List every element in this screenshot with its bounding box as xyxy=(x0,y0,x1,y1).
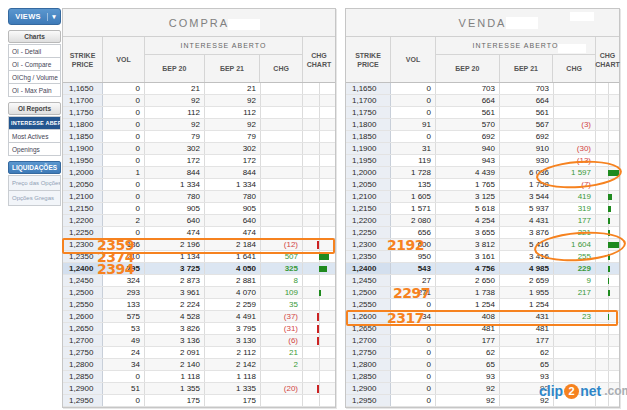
sidebar-item-oi-compare[interactable]: OI - Compare xyxy=(8,57,61,71)
table-row[interactable]: 1,25002933 9614 070109 xyxy=(63,287,335,299)
table-row[interactable]: 1,18500692692 xyxy=(346,131,619,143)
table-row[interactable]: 1,20001 7284 4396 0361 597 xyxy=(346,167,619,179)
chg-chart-cell xyxy=(303,203,335,214)
chevron-down-icon[interactable]: ▾ xyxy=(47,13,60,21)
sidebar-section-charts[interactable]: Charts xyxy=(8,30,61,43)
table-row[interactable]: 1,16500703703 xyxy=(346,83,619,95)
oi-sep20-cell: 4 528 xyxy=(145,311,205,322)
sidebar-item-interesse-aberto[interactable]: INTERESSE ABERTO xyxy=(8,116,61,130)
table-row[interactable]: 1,180009292 xyxy=(63,119,335,131)
chg-chart-cell xyxy=(596,275,619,286)
table-row[interactable]: 1,23001362 1962 184(12) xyxy=(63,239,335,251)
table-row[interactable]: 1,25501332 2242 25935 xyxy=(63,299,335,311)
sidebar-item-pre-o-das-op-es[interactable]: Preço das Opções xyxy=(8,175,61,191)
table-row[interactable]: 1,26500481481 xyxy=(346,323,619,335)
table-row[interactable]: 1,23006003 8125 4161 604 xyxy=(346,239,619,251)
table-row[interactable]: 1,2800342 1402 1422 xyxy=(63,359,335,371)
table-row[interactable]: 1,2650533 8263 795(31) xyxy=(63,323,335,335)
chg-chart-cell xyxy=(303,155,335,166)
table-row[interactable]: 1,22002640640 xyxy=(63,215,335,227)
table-row[interactable]: 1,22002 0804 2544 431177 xyxy=(346,215,619,227)
table-row[interactable]: 1,2900511 3551 335(20) xyxy=(63,383,335,395)
sidebar-section-oi-reports[interactable]: OI Reports xyxy=(8,102,61,115)
table-row[interactable]: 1,21001 6053 1253 544419 xyxy=(346,191,619,203)
table-row[interactable]: 1,285009393 xyxy=(346,371,619,383)
table-row[interactable]: 1,21501 5715 6185 937319 xyxy=(346,203,619,215)
strike-cell: 1,1750 xyxy=(63,107,103,118)
oi-sep20-cell: 302 xyxy=(145,143,205,154)
table-row[interactable]: 1,24503242 8732 8818 xyxy=(63,275,335,287)
oi-sep21-cell: 2 259 xyxy=(205,299,261,310)
strike-cell: 1,2800 xyxy=(346,359,391,370)
views-button[interactable]: VIEWS ▾ xyxy=(8,8,61,25)
sidebar-section-liquida-es[interactable]: LIQUIDAÇÕES xyxy=(8,161,61,174)
oi-sep20-cell: 2 873 xyxy=(145,275,205,286)
oi-sep21-cell: 6 036 xyxy=(500,167,554,178)
table-row[interactable]: 1,285001 1181 118 xyxy=(63,371,335,383)
table-row[interactable]: 1,23509503 1613 416255 xyxy=(346,251,619,263)
table-row[interactable]: 1,205001 3341 334 xyxy=(63,179,335,191)
oi-sep21-cell: 4 985 xyxy=(500,263,554,274)
table-row[interactable]: 1,180091570567(3) xyxy=(346,119,619,131)
table-row[interactable]: 1,170009292 xyxy=(63,95,335,107)
strike-cell: 1,2300 xyxy=(63,239,103,250)
table-row[interactable]: 1,26003440843123 xyxy=(346,311,619,323)
table-row[interactable]: 1,275006262 xyxy=(346,347,619,359)
sidebar-item-most-actives[interactable]: Most Actives xyxy=(8,129,61,143)
increase-bar xyxy=(608,314,609,320)
table-row[interactable]: 1,21500905905 xyxy=(63,203,335,215)
oi-sep20-cell: 943 xyxy=(436,155,500,166)
table-row[interactable]: 1,2700493 1363 130(6) xyxy=(63,335,335,347)
oi-sep20-cell: 21 xyxy=(145,83,205,94)
table-row[interactable]: 1,22506563 6553 876221 xyxy=(346,227,619,239)
table-row[interactable]: 1,255001 2541 254 xyxy=(346,299,619,311)
table-row[interactable]: 1,280006565 xyxy=(346,359,619,371)
table-row[interactable]: 1,2450272 6502 6599 xyxy=(346,275,619,287)
compra-panel: COMPRA STRIKE PRICE VOL INTERESSE ABERTO… xyxy=(62,8,336,408)
chg-cell: 221 xyxy=(554,227,596,238)
oi-sep20-cell: 1 118 xyxy=(145,371,205,382)
oi-sep20-cell: 5 618 xyxy=(436,203,500,214)
vol-cell: 0 xyxy=(391,347,436,358)
vol-cell: 27 xyxy=(391,275,436,286)
table-row[interactable]: 1,2750242 0912 11221 xyxy=(63,347,335,359)
sidebar-item-oi-detail[interactable]: OI - Detail xyxy=(8,44,61,58)
table-row[interactable]: 1,17500112112 xyxy=(63,107,335,119)
table-row[interactable]: 1,190031940910(30) xyxy=(346,143,619,155)
vol-cell: 0 xyxy=(391,395,436,406)
table-row[interactable]: 1,27000177177 xyxy=(346,335,619,347)
table-row[interactable]: 1,29500175175 xyxy=(63,395,335,407)
table-row[interactable]: 1,22500474474 xyxy=(63,227,335,239)
sidebar-item-oi-max-pain[interactable]: OI - Max Pain xyxy=(8,83,61,97)
chg-cell xyxy=(261,107,303,118)
table-row[interactable]: 1,185007979 xyxy=(63,131,335,143)
sidebar-item-oichg-volume[interactable]: OIChg / Volume xyxy=(8,70,61,84)
table-row[interactable]: 1,1950119943930(13) xyxy=(346,155,619,167)
oi-sep21-cell: 93 xyxy=(500,371,554,382)
table-row[interactable]: 1,19500172172 xyxy=(63,155,335,167)
table-row[interactable]: 1,19000302302 xyxy=(63,143,335,155)
chg-chart-cell xyxy=(596,203,619,214)
vol-header: VOL xyxy=(391,37,436,82)
oi-sep20-cell: 172 xyxy=(145,155,205,166)
increase-bar xyxy=(319,290,321,296)
sidebar-item-openings[interactable]: Openings xyxy=(8,142,61,156)
vol-cell: 133 xyxy=(103,299,145,310)
table-row[interactable]: 1,25002711 7381 955217 xyxy=(346,287,619,299)
table-row[interactable]: 1,24007953 7254 050325 xyxy=(63,263,335,275)
table-row[interactable]: 1,21000780780 xyxy=(63,191,335,203)
table-row[interactable]: 1,165002121 xyxy=(63,83,335,95)
chg-chart-cell xyxy=(303,347,335,358)
table-row[interactable]: 1,26005754 5284 491(37) xyxy=(63,311,335,323)
vol-cell: 0 xyxy=(103,119,145,130)
table-row[interactable]: 1,20501351 7651 758(7) xyxy=(346,179,619,191)
chg-chart-cell xyxy=(303,359,335,370)
chg-chart-cell xyxy=(596,107,619,118)
sidebar-item-op-es-gregas[interactable]: Opções Gregas xyxy=(8,190,61,206)
table-row[interactable]: 1,24005434 7564 985229 xyxy=(346,263,619,275)
table-row[interactable]: 1,20001844844 xyxy=(63,167,335,179)
oi-sep21-cell: 905 xyxy=(205,203,261,214)
table-row[interactable]: 1,17000664664 xyxy=(346,95,619,107)
table-row[interactable]: 1,17500561561 xyxy=(346,107,619,119)
table-row[interactable]: 1,23502101 1341 641507 xyxy=(63,251,335,263)
